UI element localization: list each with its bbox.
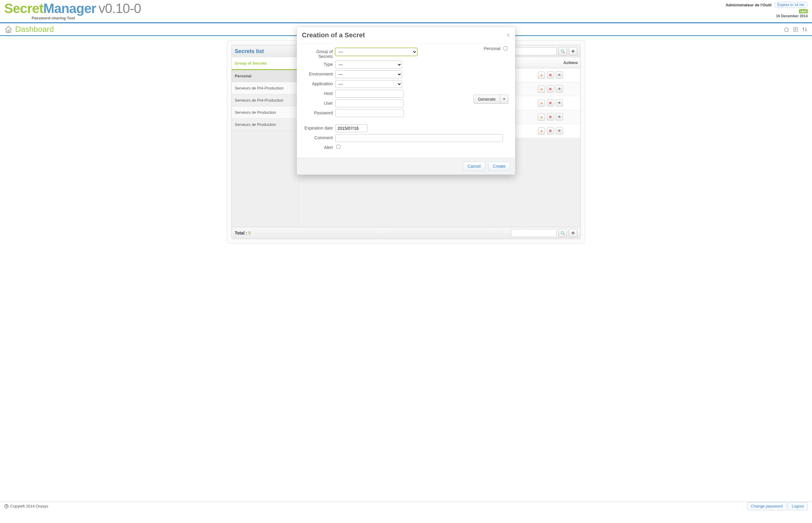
row-view-button[interactable] [556, 85, 563, 92]
header-date: 16 December 2014 [725, 14, 808, 18]
expiration-input[interactable] [335, 124, 367, 132]
sidebar-item[interactable]: Serveurs de Production [232, 107, 298, 119]
password-label: Password [302, 109, 335, 115]
sidebar-item[interactable]: Serveurs de Pré-Production [232, 82, 298, 94]
type-label: Type [302, 61, 335, 67]
session-expiry-badge[interactable]: Expires in 14 mn [774, 2, 808, 8]
header-right: Administrateur de l'Outil Expires in 14 … [725, 2, 808, 18]
footer-search-button[interactable] [558, 229, 567, 237]
personal-label: Personal [484, 46, 500, 51]
admin-label: Administrateur de l'Outil [725, 3, 771, 7]
alert-label: Alert [302, 144, 335, 150]
row-view-button[interactable] [556, 127, 563, 134]
row-delete-button[interactable]: ✕ [547, 99, 554, 107]
personal-row: Personal [484, 46, 508, 51]
comment-label: Comment [302, 134, 335, 140]
total-row: Total : 5 [235, 231, 251, 235]
brand-version: v0.10-0 [99, 1, 141, 16]
panel-header-tools: + [514, 47, 577, 55]
brand: SecretManagerv0.10-0 [4, 2, 141, 15]
svg-line-7 [563, 234, 565, 235]
personal-checkbox[interactable] [503, 47, 507, 50]
svg-line-5 [563, 52, 565, 53]
footer-add-button[interactable]: + [569, 229, 577, 237]
row-delete-button[interactable]: ✕ [547, 71, 554, 78]
generate-group: Generate ▾ [473, 95, 508, 104]
comment-input[interactable] [335, 134, 503, 142]
sidebar-item[interactable]: Serveurs de Production [232, 119, 298, 131]
row-open-button[interactable] [538, 100, 545, 107]
generate-button[interactable]: Generate [473, 95, 500, 104]
application-label: Application [302, 80, 335, 86]
panel-search-input[interactable] [514, 47, 557, 55]
change-password-button[interactable]: Change password [747, 502, 787, 510]
host-label: Host [302, 90, 335, 96]
app-footer: C Copyleft 2014 Orasys Change password L… [0, 502, 812, 510]
total-count: 5 [248, 231, 251, 235]
expiration-label: Expiration date [302, 124, 335, 130]
type-select[interactable]: --- [335, 61, 402, 69]
search-button[interactable] [558, 47, 567, 55]
modal-body: Personal Group of Secrets --- Type --- E… [297, 44, 515, 158]
modal-close-button[interactable]: × [506, 32, 510, 38]
brand-block: SecretManagerv0.10-0 Password-sharing To… [4, 2, 141, 22]
host-input[interactable] [335, 90, 404, 98]
sidebar-item-group-of-secrets[interactable]: Group of Secrets [232, 57, 298, 70]
application-select[interactable]: --- [335, 80, 402, 88]
cancel-button[interactable]: Cancel [463, 162, 485, 171]
total-label: Total : [235, 231, 247, 235]
row-open-button[interactable] [538, 72, 545, 79]
role-badge: root [799, 9, 808, 13]
panel-title: Secrets list [235, 48, 264, 55]
footer-buttons: Change password Logout [747, 504, 808, 508]
sidebar: Group of Secrets Personal Serveurs de Pr… [232, 57, 298, 229]
row-open-button[interactable] [538, 127, 545, 135]
row-delete-button[interactable]: ✕ [547, 127, 554, 134]
modal-title: Creation of a Secret [302, 31, 365, 39]
nav-home-icon[interactable] [783, 26, 790, 33]
modal-footer: Cancel Create [297, 158, 515, 175]
brand-tagline: Password-sharing Tool [32, 16, 141, 20]
row-view-button[interactable] [556, 71, 563, 78]
panel-footer: Total : 5 + [232, 227, 580, 239]
row-delete-button[interactable]: ✕ [547, 85, 554, 92]
modal-header: Creation of a Secret × [297, 27, 515, 44]
page-title: Dashboard [15, 24, 54, 34]
svg-rect-0 [8, 30, 9, 33]
user-input[interactable] [335, 100, 404, 107]
row-view-button[interactable] [556, 113, 563, 121]
nav-tools-icon[interactable] [802, 26, 808, 33]
col-actions: Actions [535, 57, 580, 68]
create-button[interactable]: Create [488, 162, 510, 171]
row-view-button[interactable] [556, 99, 563, 107]
alert-checkbox[interactable] [336, 145, 341, 149]
app-header: SecretManagerv0.10-0 Password-sharing To… [0, 0, 812, 23]
sidebar-item[interactable]: Serveurs de Pré-Production [232, 94, 298, 107]
copyleft-icon: C [4, 504, 8, 508]
row-delete-button[interactable]: ✕ [547, 113, 554, 121]
brand-seg2: Manager [44, 1, 96, 16]
environment-label: Environment [302, 70, 335, 76]
home-icon[interactable] [4, 25, 13, 33]
group-label: Group of Secrets [302, 48, 335, 59]
panel-footer-tools: + [511, 229, 577, 237]
row-open-button[interactable] [538, 113, 545, 121]
row-open-button[interactable] [538, 86, 545, 93]
create-secret-modal: Creation of a Secret × Personal Group of… [297, 27, 515, 175]
environment-select[interactable]: --- [335, 70, 402, 78]
logout-button[interactable]: Logout [788, 502, 808, 510]
group-select[interactable]: --- [335, 48, 417, 56]
add-secret-button[interactable]: + [569, 47, 577, 55]
password-input[interactable] [335, 109, 404, 117]
generate-dropdown-button[interactable]: ▾ [500, 95, 508, 104]
sidebar-item-personal[interactable]: Personal [232, 70, 298, 82]
user-label: User [302, 100, 335, 106]
footer-search-input[interactable] [511, 229, 557, 237]
nav-secrets-icon[interactable] [793, 26, 799, 33]
brand-seg1: Secret [4, 1, 44, 16]
copyleft-text: Copyleft 2014 Orasys [10, 504, 48, 508]
